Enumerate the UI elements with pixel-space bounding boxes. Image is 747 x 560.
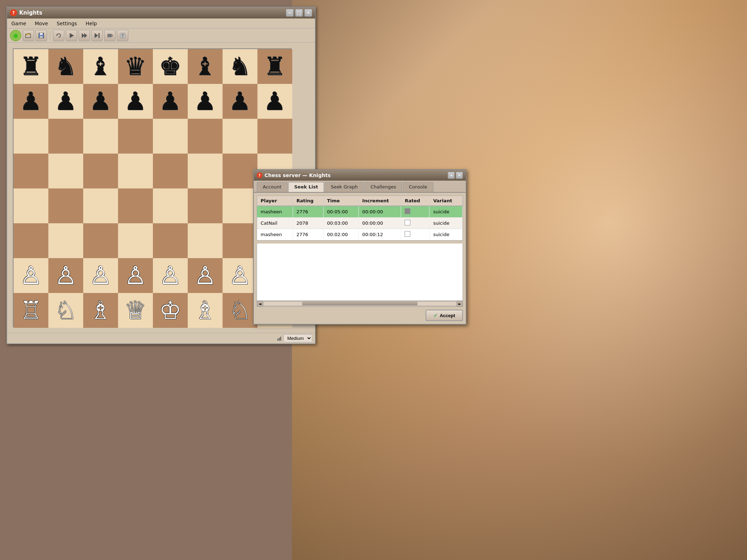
rated-cell[interactable] [401, 218, 429, 229]
chess-cell-0-2[interactable]: ♝ [83, 49, 118, 84]
chess-cell-1-0[interactable]: ♟ [14, 84, 48, 119]
skip-forward-button[interactable] [91, 30, 103, 41]
chess-cell-4-1[interactable] [48, 188, 83, 223]
chess-piece-0-1[interactable]: ♞ [55, 54, 77, 79]
chess-cell-5-0[interactable] [14, 223, 48, 258]
chess-cell-7-2[interactable]: ♗ [83, 293, 118, 328]
chess-cell-7-4[interactable]: ♔ [153, 293, 188, 328]
chess-piece-0-6[interactable]: ♞ [229, 54, 251, 79]
chess-cell-4-2[interactable] [83, 188, 118, 223]
chess-cell-2-5[interactable] [188, 119, 223, 154]
rated-checkbox[interactable] [405, 231, 410, 237]
chess-piece-7-6[interactable]: ♘ [229, 298, 251, 323]
chess-cell-0-6[interactable]: ♞ [223, 49, 257, 84]
chess-cell-4-4[interactable] [153, 188, 188, 223]
tab-challenges[interactable]: Challenges [364, 182, 402, 192]
chess-cell-4-3[interactable] [118, 188, 153, 223]
chess-cell-3-5[interactable] [188, 154, 223, 188]
tab-seek-graph[interactable]: Seek Graph [325, 182, 364, 192]
chess-cell-6-6[interactable]: ♙ [223, 258, 257, 293]
chess-piece-6-5[interactable]: ♙ [194, 263, 217, 288]
chess-cell-6-4[interactable]: ♙ [153, 258, 188, 293]
chess-piece-1-5[interactable]: ♟ [194, 89, 217, 114]
chess-piece-7-5[interactable]: ♗ [194, 298, 217, 323]
chess-piece-1-2[interactable]: ♟ [90, 89, 112, 114]
chess-cell-7-3[interactable]: ♕ [118, 293, 153, 328]
dialog-expand-button[interactable]: + [448, 172, 455, 179]
chess-cell-1-6[interactable]: ♟ [223, 84, 257, 119]
scroll-thumb[interactable] [302, 302, 417, 305]
play-button[interactable] [66, 30, 77, 41]
chess-piece-7-3[interactable]: ♕ [124, 298, 147, 323]
chess-piece-0-4[interactable]: ♚ [159, 54, 182, 79]
chess-cell-5-3[interactable] [118, 223, 153, 258]
chess-cell-2-4[interactable] [153, 119, 188, 154]
horizontal-scrollbar[interactable]: ◄ ► [257, 300, 463, 307]
difficulty-dropdown[interactable]: Medium Easy Hard [277, 334, 312, 342]
scroll-right-btn[interactable]: ► [457, 301, 463, 306]
chess-cell-6-5[interactable]: ♙ [188, 258, 223, 293]
open-button[interactable] [23, 30, 34, 41]
chess-cell-1-2[interactable]: ♟ [83, 84, 118, 119]
chess-cell-6-2[interactable]: ♙ [83, 258, 118, 293]
chess-cell-2-3[interactable] [118, 119, 153, 154]
close-button[interactable]: ✕ [304, 9, 312, 17]
accept-button[interactable]: ✓ Accept [426, 310, 463, 321]
chess-cell-2-7[interactable] [257, 119, 292, 154]
chess-cell-2-0[interactable] [14, 119, 48, 154]
chess-piece-6-6[interactable]: ♙ [229, 263, 251, 288]
chess-piece-7-2[interactable]: ♗ [90, 298, 112, 323]
chess-cell-5-5[interactable] [188, 223, 223, 258]
rated-cell[interactable] [401, 229, 429, 240]
difficulty-select[interactable]: Medium Easy Hard [283, 334, 312, 342]
chess-cell-1-5[interactable]: ♟ [188, 84, 223, 119]
chess-piece-1-0[interactable]: ♟ [20, 89, 42, 114]
chess-cell-5-6[interactable] [223, 223, 257, 258]
menu-move[interactable]: Move [33, 20, 50, 27]
chess-cell-0-4[interactable]: ♚ [153, 49, 188, 84]
chess-cell-6-3[interactable]: ♙ [118, 258, 153, 293]
chess-cell-4-0[interactable] [14, 188, 48, 223]
record-button[interactable] [104, 30, 116, 41]
chess-cell-0-0[interactable]: ♜ [14, 49, 48, 84]
tab-seek-list[interactable]: Seek List [288, 182, 324, 192]
chess-piece-6-0[interactable]: ♙ [20, 263, 42, 288]
forward-button[interactable] [79, 30, 90, 41]
chess-cell-7-5[interactable]: ♗ [188, 293, 223, 328]
maximize-button[interactable]: □ [295, 9, 303, 17]
chess-piece-1-4[interactable]: ♟ [159, 89, 182, 114]
chess-piece-0-3[interactable]: ♛ [124, 54, 147, 79]
chess-cell-5-4[interactable] [153, 223, 188, 258]
chess-cell-4-5[interactable] [188, 188, 223, 223]
chess-piece-1-6[interactable]: ♟ [229, 89, 251, 114]
chess-cell-2-1[interactable] [48, 119, 83, 154]
menu-help[interactable]: Help [84, 20, 98, 27]
chess-cell-6-0[interactable]: ♙ [14, 258, 48, 293]
chess-piece-1-1[interactable]: ♟ [55, 89, 77, 114]
menu-game[interactable]: Game [10, 20, 28, 27]
tab-console[interactable]: Console [403, 182, 433, 192]
scroll-left-btn[interactable]: ◄ [257, 301, 263, 306]
chess-piece-7-4[interactable]: ♔ [159, 298, 182, 323]
chess-piece-7-1[interactable]: ♘ [55, 298, 77, 323]
dialog-close-button[interactable]: ✕ [456, 172, 463, 179]
chess-piece-0-7[interactable]: ♜ [264, 54, 286, 79]
chess-piece-0-0[interactable]: ♜ [20, 54, 42, 79]
chess-cell-0-5[interactable]: ♝ [188, 49, 223, 84]
chess-piece-6-3[interactable]: ♙ [124, 263, 147, 288]
chess-piece-1-7[interactable]: ♟ [264, 89, 286, 114]
chess-cell-5-2[interactable] [83, 223, 118, 258]
chess-cell-3-0[interactable] [14, 154, 48, 188]
table-row[interactable]: masheen277600:02:0000:00:12suicide [257, 229, 463, 240]
chess-cell-2-6[interactable] [223, 119, 257, 154]
chess-cell-4-6[interactable] [223, 188, 257, 223]
green-dot-button[interactable]: ● [10, 30, 21, 41]
chess-cell-5-1[interactable] [48, 223, 83, 258]
menu-settings[interactable]: Settings [55, 20, 78, 27]
chess-cell-0-1[interactable]: ♞ [48, 49, 83, 84]
chess-piece-6-1[interactable]: ♙ [55, 263, 77, 288]
chess-cell-0-7[interactable]: ♜ [257, 49, 292, 84]
chess-cell-1-7[interactable]: ♟ [257, 84, 292, 119]
rated-checkbox[interactable] [405, 208, 410, 214]
chess-cell-3-3[interactable] [118, 154, 153, 188]
